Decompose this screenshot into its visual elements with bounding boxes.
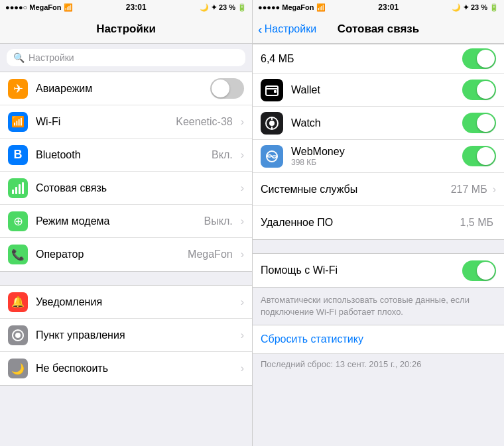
notifications-item[interactable]: 🔔 Уведомления › <box>0 286 252 319</box>
reset-section: Сбросить статистику <box>253 325 504 353</box>
operator-label: Оператор <box>36 249 84 260</box>
airplane-icon: ✈ <box>8 79 28 99</box>
hotspot-right: Выкл. › <box>204 215 244 227</box>
svg-rect-7 <box>274 90 277 93</box>
right-signal-dots: ●●●●● <box>258 3 280 11</box>
moon-icon: 🌙 <box>200 3 209 12</box>
hotspot-icon: ⊕ <box>8 211 28 231</box>
remote-software-label: Удаленное ПО <box>261 217 460 229</box>
wifi-assist-toggle[interactable] <box>462 260 496 281</box>
wifi-icon: 📶 <box>8 112 28 132</box>
right-battery-icon: 🔋 <box>489 3 499 12</box>
bluetooth-item[interactable]: B Bluetooth Вкл. › <box>0 139 252 172</box>
hotspot-label: Режим модема <box>36 215 109 227</box>
watch-name: Watch <box>291 117 462 129</box>
wifi-assist-item[interactable]: Помощь с Wi-Fi <box>253 254 504 287</box>
wallet-toggle-thumb <box>477 81 495 99</box>
wifi-assist-toggle-thumb <box>477 262 495 280</box>
svg-point-9 <box>269 121 275 126</box>
wifi-item[interactable]: 📶 Wi-Fi Keenetic-38 › <box>0 105 252 139</box>
right-moon-icon: 🌙 <box>452 3 461 12</box>
signal-dots: ●●●●○ <box>5 3 27 11</box>
wallet-toggle[interactable] <box>462 80 496 100</box>
remote-software-value: 1,5 МБ <box>460 217 493 229</box>
left-battery-info: 🌙 ✦ 23 % 🔋 <box>200 3 247 12</box>
cellular-label: Сотовая связь <box>36 182 107 194</box>
webmoney-icon <box>261 145 283 168</box>
airplane-toggle-thumb <box>212 80 229 97</box>
bluetooth-label: Bluetooth <box>36 149 81 161</box>
dnd-item[interactable]: 🌙 Не беспокоить › <box>0 352 252 385</box>
hotspot-value: Выкл. <box>204 215 235 227</box>
wifi-assist-section: Помощь с Wi-Fi <box>253 253 504 288</box>
left-carrier: MegaFon <box>29 3 61 11</box>
top-toggle[interactable] <box>462 48 496 69</box>
control-center-item[interactable]: Пункт управления › <box>0 319 252 352</box>
wifi-value: Keenetic-38 <box>176 116 235 128</box>
bluetooth-arrow: › <box>241 149 244 161</box>
search-input-wrapper[interactable]: 🔍 Настройки <box>7 49 245 66</box>
notifications-label: Уведомления <box>36 296 102 308</box>
back-label: Настройки <box>265 23 316 35</box>
right-nav-title: Сотовая связь <box>338 23 420 36</box>
left-battery: 23 % <box>219 3 235 11</box>
bluetooth-value: Вкл. <box>212 149 235 161</box>
wifi-label: Wi-Fi <box>36 116 60 128</box>
reset-link[interactable]: Сбросить статистику <box>261 333 363 345</box>
notifications-arrow: › <box>241 296 244 308</box>
wallet-name: Wallet <box>291 84 462 96</box>
wallet-label-group: Wallet <box>291 84 462 96</box>
cellular-right: › <box>238 182 244 194</box>
right-panel: ●●●●● MegaFon 📶 23:01 🌙 ✦ 23 % 🔋 ‹ Настр… <box>252 0 504 446</box>
search-placeholder: Настройки <box>29 52 74 63</box>
operator-value: MegaFon <box>188 249 235 260</box>
svg-rect-0 <box>12 190 14 194</box>
webmoney-toggle[interactable] <box>462 146 496 166</box>
operator-item[interactable]: 📞 Оператор MegaFon › <box>0 238 252 271</box>
webmoney-toggle-thumb <box>477 147 495 165</box>
right-status-bar: ●●●●● MegaFon 📶 23:01 🌙 ✦ 23 % 🔋 <box>253 0 504 15</box>
webmoney-item[interactable]: WebMoney 398 КБ <box>253 140 504 173</box>
operator-arrow: › <box>241 249 244 260</box>
wallet-icon <box>261 79 283 101</box>
last-reset-text: Последний сброс: 13 сент. 2015 г., 20:26 <box>261 359 421 369</box>
settings-group-2: 🔔 Уведомления › Пункт управления › 🌙 Не … <box>0 285 252 386</box>
last-reset-block: Последний сброс: 13 сент. 2015 г., 20:26 <box>253 353 504 374</box>
webmoney-size: 398 КБ <box>291 158 462 167</box>
right-carrier-signal: ●●●●● MegaFon 📶 <box>258 3 326 12</box>
dnd-icon: 🌙 <box>8 359 28 378</box>
top-partial-item[interactable]: 6,4 МБ <box>253 44 504 74</box>
system-services-label: Системные службы <box>261 184 451 195</box>
bluetooth-right: Вкл. › <box>212 149 244 161</box>
airplane-mode-item[interactable]: ✈ Авиарежим <box>0 72 252 105</box>
wifi-assist-label: Помощь с Wi-Fi <box>261 264 462 276</box>
operator-icon: 📞 <box>8 245 28 264</box>
group-gap-1 <box>0 273 252 285</box>
airplane-toggle[interactable] <box>210 78 244 99</box>
wallet-item[interactable]: Wallet <box>253 74 504 107</box>
top-partial-section: 6,4 МБ Wallet Watch <box>253 44 504 240</box>
left-time: 23:01 <box>126 3 147 12</box>
right-nav-bar: ‹ Настройки Сотовая связь <box>253 15 504 44</box>
cellular-item[interactable]: Сотовая связь › <box>0 172 252 205</box>
battery-icon: 🔋 <box>237 3 247 12</box>
system-services-item[interactable]: Системные службы 217 МБ › <box>253 173 504 206</box>
left-carrier-signal: ●●●●○ MegaFon 📶 <box>5 3 73 12</box>
remote-software-item[interactable]: Удаленное ПО 1,5 МБ <box>253 206 504 239</box>
hotspot-item[interactable]: ⊕ Режим модема Выкл. › <box>0 205 252 238</box>
airplane-right <box>210 78 244 99</box>
right-wifi-icon: 📶 <box>316 3 326 12</box>
right-bluetooth-icon: ✦ <box>463 3 469 12</box>
cellular-arrow: › <box>241 182 244 194</box>
dnd-label: Не беспокоить <box>36 362 108 374</box>
system-services-value: 217 МБ <box>451 184 487 195</box>
airplane-label: Авиарежим <box>36 83 92 95</box>
watch-toggle[interactable] <box>462 113 496 133</box>
watch-app-icon <box>261 112 283 135</box>
dnd-arrow: › <box>241 362 244 374</box>
watch-item[interactable]: Watch <box>253 107 504 140</box>
back-button[interactable]: ‹ Настройки <box>258 23 316 36</box>
group-gap-right <box>253 241 504 253</box>
settings-group-1: ✈ Авиарежим 📶 Wi-Fi Keenetic-38 › B Blue… <box>0 72 252 272</box>
dnd-right: › <box>238 362 244 374</box>
